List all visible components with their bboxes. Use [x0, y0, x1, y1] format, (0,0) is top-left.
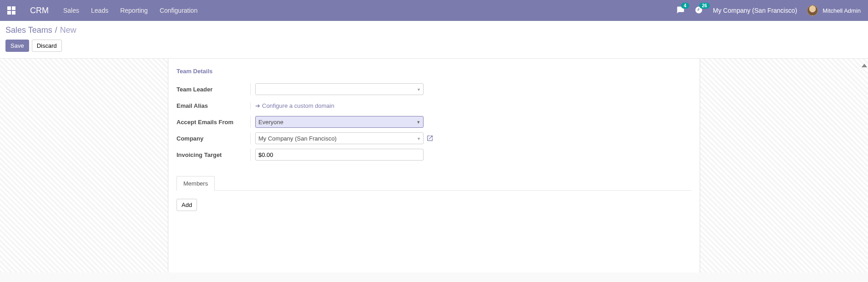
- breadcrumb: Sales Teams / New: [5, 25, 861, 35]
- label-company: Company: [177, 135, 250, 142]
- messaging-icon[interactable]: 4: [676, 6, 685, 15]
- arrow-right-icon: ➔: [255, 102, 260, 109]
- nav-item-reporting[interactable]: Reporting: [120, 7, 148, 14]
- team-leader-field[interactable]: ▾: [255, 83, 424, 95]
- tab-members[interactable]: Members: [177, 176, 215, 191]
- tabs-bar: Members: [177, 176, 691, 191]
- top-navbar: CRM Sales Leads Reporting Configuration …: [0, 0, 868, 21]
- discard-button[interactable]: Discard: [32, 40, 62, 52]
- configure-domain-label: Configure a custom domain: [262, 102, 334, 109]
- configure-domain-link[interactable]: ➔ Configure a custom domain: [255, 102, 334, 109]
- scroll-up-indicator: [862, 64, 867, 67]
- label-email-alias: Email Alias: [177, 102, 250, 109]
- nav-item-sales[interactable]: Sales: [63, 7, 79, 14]
- control-bar: Sales Teams / New Save Discard: [0, 21, 868, 59]
- company-input[interactable]: [255, 132, 424, 144]
- invoicing-target-input[interactable]: [255, 149, 424, 161]
- activity-badge: 26: [699, 3, 710, 9]
- form-sheet: Team Details Team Leader ▾ Email Alias ➔: [168, 59, 700, 272]
- nav-item-leads[interactable]: Leads: [91, 7, 108, 14]
- chat-badge: 4: [681, 3, 689, 9]
- avatar: [807, 5, 818, 16]
- nav-item-configuration[interactable]: Configuration: [160, 7, 197, 14]
- accept-emails-select[interactable]: Everyone: [255, 116, 424, 128]
- apps-icon[interactable]: [7, 6, 15, 15]
- activities-icon[interactable]: 26: [695, 6, 703, 15]
- app-brand[interactable]: CRM: [30, 6, 49, 15]
- breadcrumb-separator: /: [55, 25, 57, 35]
- label-team-leader: Team Leader: [177, 86, 250, 93]
- external-link-icon[interactable]: [426, 135, 434, 142]
- save-button[interactable]: Save: [5, 40, 29, 52]
- user-menu[interactable]: Mitchell Admin: [807, 5, 861, 16]
- add-member-button[interactable]: Add: [177, 199, 197, 211]
- sheet-background: Team Details Team Leader ▾ Email Alias ➔: [0, 59, 868, 272]
- section-title-team-details: Team Details: [177, 68, 691, 75]
- label-invoicing-target: Invoicing Target: [177, 151, 250, 158]
- team-leader-input[interactable]: [255, 83, 424, 95]
- company-switcher[interactable]: My Company (San Francisco): [713, 7, 797, 14]
- breadcrumb-parent[interactable]: Sales Teams: [5, 25, 52, 35]
- company-field[interactable]: ▾: [255, 132, 424, 144]
- label-accept-emails: Accept Emails From: [177, 119, 250, 126]
- breadcrumb-current: New: [60, 25, 76, 35]
- user-name: Mitchell Admin: [823, 7, 861, 14]
- tab-content-members: Add: [177, 191, 691, 219]
